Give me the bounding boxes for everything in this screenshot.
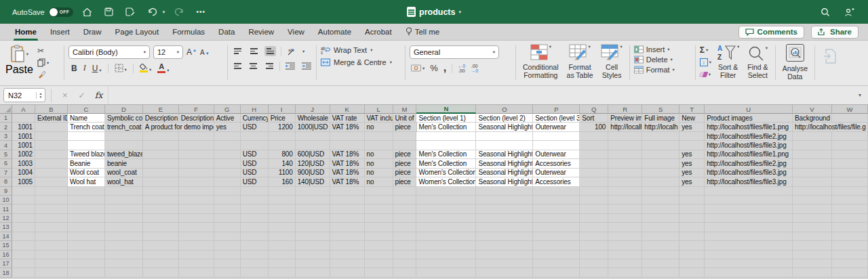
cell-W9[interactable] [832, 187, 868, 196]
cell-D4[interactable] [105, 141, 143, 150]
cell-H16[interactable] [241, 251, 269, 259]
align-right-button[interactable] [264, 61, 275, 71]
tab-draw[interactable]: Draw [77, 24, 108, 41]
cell-U7[interactable]: http://localhost/files/file3.jpg [705, 169, 793, 177]
cell-K10[interactable] [330, 196, 365, 205]
cell-U18[interactable] [705, 268, 793, 277]
cell-W6[interactable] [832, 159, 868, 168]
cell-J10[interactable] [296, 196, 330, 205]
cell-O5[interactable]: Seasonal Highlights [476, 150, 533, 159]
cell-B6[interactable] [35, 159, 68, 168]
cell-A12[interactable] [12, 214, 35, 223]
cell-V7[interactable] [793, 169, 832, 177]
cell-K8[interactable]: VAT 18% [330, 177, 365, 186]
cell-E18[interactable] [143, 268, 179, 277]
cell-K16[interactable] [330, 251, 365, 259]
column-header-I[interactable]: I [269, 105, 296, 114]
cell-V15[interactable] [793, 241, 832, 250]
cell-G1[interactable]: Active [214, 114, 241, 123]
cell-T7[interactable]: yes [679, 169, 705, 177]
row-header-8[interactable]: 8 [0, 177, 12, 186]
cell-F1[interactable]: Description [179, 114, 214, 123]
save-icon[interactable] [102, 6, 117, 18]
tab-formulas[interactable]: Formulas [165, 24, 212, 41]
cell-F12[interactable] [179, 214, 214, 223]
cell-B12[interactable] [35, 214, 68, 223]
cell-Q7[interactable] [580, 169, 608, 177]
cell-R12[interactable] [608, 214, 642, 223]
cell-Q6[interactable] [580, 159, 608, 168]
cell-B3[interactable] [35, 132, 68, 141]
cell-I1[interactable]: Price [269, 114, 296, 123]
cell-G5[interactable] [214, 150, 241, 159]
cell-G17[interactable] [214, 259, 241, 268]
cell-U3[interactable]: http://localhost/files/file2.jpg [705, 132, 793, 141]
cell-L8[interactable]: no [365, 177, 393, 186]
merge-centre-button[interactable]: Merge & Centre ▾ [321, 58, 401, 66]
cell-H12[interactable] [241, 214, 269, 223]
cell-Q16[interactable] [580, 251, 608, 259]
column-header-P[interactable]: P [533, 105, 580, 114]
cell-F5[interactable] [179, 150, 214, 159]
select-all-corner[interactable] [0, 105, 12, 114]
cell-C8[interactable]: Wool hat [68, 177, 105, 186]
cell-G7[interactable] [214, 169, 241, 177]
cell-U5[interactable]: http://localhost/files/file1.png [705, 150, 793, 159]
align-top-button[interactable] [232, 46, 243, 56]
cell-D17[interactable] [105, 259, 143, 268]
number-format-select[interactable]: General ▾ [410, 45, 499, 59]
cell-A17[interactable] [12, 259, 35, 268]
tab-view[interactable]: View [281, 24, 311, 41]
cell-P15[interactable] [533, 241, 580, 250]
cell-E10[interactable] [143, 196, 179, 205]
cell-A14[interactable] [12, 232, 35, 241]
cell-B7[interactable] [35, 169, 68, 177]
cell-A5[interactable]: 1002 [12, 150, 35, 159]
cell-F3[interactable] [179, 132, 214, 141]
cell-Q11[interactable] [580, 205, 608, 213]
tab-page-layout[interactable]: Page Layout [108, 24, 166, 41]
undo-icon[interactable] [145, 6, 160, 18]
row-header-10[interactable]: 10 [0, 196, 12, 205]
row-header-15[interactable]: 15 [0, 241, 12, 250]
cell-O16[interactable] [476, 251, 533, 259]
cell-G12[interactable] [214, 214, 241, 223]
row-header-3[interactable]: 3 [0, 132, 12, 141]
cell-S15[interactable] [642, 241, 679, 250]
cell-U8[interactable]: http://localhost/files/file3.jpg [705, 177, 793, 186]
cell-G14[interactable] [214, 232, 241, 241]
cell-V8[interactable] [793, 177, 832, 186]
cell-M1[interactable]: Unit of m [393, 114, 417, 123]
format-painter-button[interactable] [37, 69, 49, 80]
cell-U6[interactable]: http://localhost/files/file2.jpg [705, 159, 793, 168]
cell-N6[interactable]: Men's Collection [416, 159, 476, 168]
cell-O8[interactable]: Seasonal Highlights [476, 177, 533, 186]
undo-chevron-icon[interactable]: ▾ [163, 9, 165, 15]
cell-N11[interactable] [416, 205, 476, 213]
column-header-K[interactable]: K [330, 105, 365, 114]
cell-R13[interactable] [608, 223, 642, 232]
cell-Q9[interactable] [580, 187, 608, 196]
cell-L2[interactable]: no [365, 123, 393, 131]
cell-F6[interactable] [179, 159, 214, 168]
cell-H1[interactable]: Currency [241, 114, 269, 123]
cell-K5[interactable]: VAT 18% [330, 150, 365, 159]
cell-W18[interactable] [832, 268, 868, 277]
cell-R18[interactable] [608, 268, 642, 277]
cell-T6[interactable]: yes [679, 159, 705, 168]
cell-E7[interactable] [143, 169, 179, 177]
cell-K15[interactable] [330, 241, 365, 250]
cell-V18[interactable] [793, 268, 832, 277]
cell-E16[interactable] [143, 251, 179, 259]
cell-Q13[interactable] [580, 223, 608, 232]
cell-L11[interactable] [365, 205, 393, 213]
cell-W5[interactable] [832, 150, 868, 159]
column-header-R[interactable]: R [608, 105, 642, 114]
cell-L16[interactable] [365, 251, 393, 259]
cell-V4[interactable] [793, 141, 832, 150]
cell-J7[interactable]: 900|USD [296, 169, 330, 177]
format-as-table-button[interactable]: ▾ Formatas Table [564, 43, 596, 84]
cell-P18[interactable] [533, 268, 580, 277]
cell-E13[interactable] [143, 223, 179, 232]
cell-B11[interactable] [35, 205, 68, 213]
